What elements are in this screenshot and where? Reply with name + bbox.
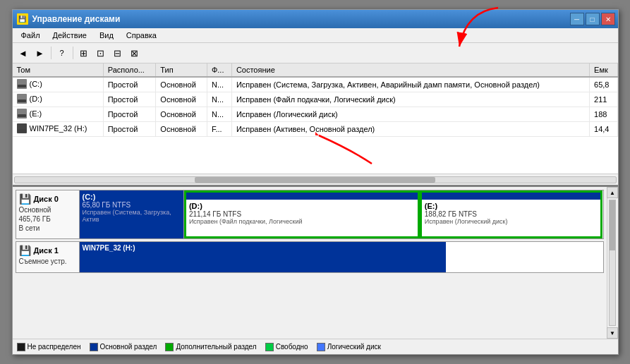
legend-free: Свободно [265, 343, 308, 351]
legend-primary: Основной раздел [90, 343, 157, 351]
partition-h[interactable]: WIN7PE_32 (H:) [80, 242, 446, 272]
main-window: 💾 Управление дисками ─ □ ✕ Файл Действие… [12, 9, 619, 355]
partition-e-header [422, 193, 601, 200]
legend-label-extended: Дополнительный раздел [176, 343, 256, 351]
button6[interactable]: ⊠ [127, 45, 143, 61]
partition-d-status: Исправен (Файл подкачки, Логический [189, 218, 415, 225]
disk-icon-0 [17, 79, 27, 89]
disk-1-name: Диск 1 [34, 246, 59, 255]
menu-help[interactable]: Справка [121, 30, 162, 41]
partition-e-name: (E:) [425, 202, 598, 210]
legend-logical: Логический диск [317, 343, 381, 351]
disk-0-name: Диск 0 [34, 195, 59, 203]
minimize-button[interactable]: ─ [570, 13, 584, 25]
legend-label-primary: Основной раздел [100, 343, 157, 351]
col-type[interactable]: Тип [156, 63, 207, 77]
legend-color-free [265, 343, 274, 351]
disk-0-size: 465,76 ГБ [19, 215, 76, 223]
bottom-pane: 💾 Диск 0 Основной 465,76 ГБ В сети (C:) … [13, 187, 618, 339]
legend-color-logical [317, 343, 325, 351]
table-row[interactable]: (D:) Простой Основной N... Исправен (Фай… [13, 92, 618, 107]
partition-e-status: Исправен (Логический диск) [425, 218, 598, 225]
col-status[interactable]: Состояние [231, 63, 589, 77]
close-button[interactable]: ✕ [601, 13, 615, 25]
hscroll-track [14, 176, 617, 183]
table-row[interactable]: WIN7PE_32 (H:) Простой Основной F... Исп… [13, 122, 618, 137]
menu-view[interactable]: Вид [94, 30, 119, 41]
menu-bar: Файл Действие Вид Справка [13, 28, 618, 43]
top-pane: Том Располо... Тип Ф... Состояние Емк [13, 63, 618, 187]
legend-bar: Не распределен Основной раздел Дополните… [13, 339, 618, 354]
legend-color-primary [90, 343, 98, 351]
table-row[interactable]: (C:) Простой Основной N... Исправен (Сис… [13, 77, 618, 92]
partition-d-header [186, 193, 418, 200]
partition-e[interactable]: (E:) 188,82 ГБ NTFS Исправен (Логический… [420, 190, 603, 238]
disk-icon-1 [17, 94, 27, 104]
disk-table: Том Располо... Тип Ф... Состояние Емк [13, 63, 618, 137]
menu-file[interactable]: Файл [16, 30, 46, 41]
vertical-scrollbar[interactable]: ▲ ▼ [607, 187, 618, 339]
title-bar: 💾 Управление дисками ─ □ ✕ [13, 10, 618, 28]
col-size[interactable]: Емк [590, 63, 617, 77]
vscroll-up[interactable]: ▲ [607, 187, 618, 198]
vscroll-track [609, 200, 616, 326]
vscroll-down[interactable]: ▼ [607, 327, 618, 339]
disk-1-row: 💾 Диск 1 Съемное устр. WIN7PE_32 (H:) [16, 241, 604, 273]
maximize-button[interactable]: □ [586, 13, 600, 25]
disk-0-type: Основной [19, 206, 76, 214]
toolbar-separator-1 [51, 47, 52, 59]
menu-action[interactable]: Действие [47, 30, 92, 41]
partition-e-size: 188,82 ГБ NTFS [425, 210, 598, 218]
col-location[interactable]: Располо... [103, 63, 156, 77]
col-fs[interactable]: Ф... [207, 63, 231, 77]
legend-label-free: Свободно [276, 343, 308, 351]
hscroll-thumb[interactable] [195, 177, 435, 183]
legend-label-unallocated: Не распределен [28, 343, 81, 351]
disk-visual-area: 💾 Диск 0 Основной 465,76 ГБ В сети (C:) … [13, 187, 607, 339]
back-button[interactable]: ◄ [16, 45, 31, 61]
col-tom[interactable]: Том [13, 63, 104, 77]
legend-unallocated: Не распределен [17, 343, 81, 351]
window-title: Управление дисками [32, 14, 121, 24]
disk-icon-3 [17, 123, 27, 133]
partition-c[interactable]: (C:) 65,80 ГБ NTFS Исправен (Система, За… [80, 190, 184, 238]
cell-name-3: WIN7PE_32 (H:) [13, 122, 104, 137]
title-bar-left: 💾 Управление дисками [17, 13, 121, 25]
partition-c-size: 65,80 ГБ NTFS [83, 201, 181, 209]
disk-1-partitions: WIN7PE_32 (H:) [80, 242, 603, 272]
button3[interactable]: ⊞ [76, 45, 92, 61]
forward-button[interactable]: ► [32, 45, 48, 61]
table-row[interactable]: (E:) Простой Основной N... Исправен (Лог… [13, 107, 618, 122]
cell-name-2: (E:) [13, 107, 104, 122]
disk-0-row: 💾 Диск 0 Основной 465,76 ГБ В сети (C:) … [16, 190, 604, 239]
legend-color-unallocated [17, 343, 25, 351]
table-wrapper: Том Располо... Тип Ф... Состояние Емк [13, 63, 618, 174]
title-controls: ─ □ ✕ [570, 13, 615, 25]
disk-0-status: В сети [19, 224, 76, 232]
toolbar-separator-2 [73, 47, 73, 59]
button4[interactable]: ⊡ [93, 45, 109, 61]
help-button[interactable]: ? [54, 45, 70, 61]
app-icon: 💾 [17, 13, 28, 25]
partition-c-status: Исправен (Система, Загрузка, Актив [83, 209, 181, 223]
horizontal-scrollbar[interactable] [13, 174, 618, 185]
button5[interactable]: ⊟ [110, 45, 126, 61]
partition-h-name: WIN7PE_32 (H:) [83, 244, 443, 252]
disk-1-type: Съемное устр. [19, 257, 76, 265]
legend-label-logical: Логический диск [327, 343, 381, 351]
content-area: Том Располо... Тип Ф... Состояние Емк [13, 63, 618, 354]
disk-1-label: 💾 Диск 1 Съемное устр. [16, 242, 80, 272]
cell-name-1: (D:) [13, 92, 104, 107]
table-header-row: Том Располо... Тип Ф... Состояние Емк [13, 63, 618, 77]
vscroll-thumb[interactable] [610, 200, 615, 250]
legend-color-extended [165, 343, 174, 351]
partition-d-name: (D:) [189, 202, 415, 210]
partition-d-size: 211,14 ГБ NTFS [189, 210, 415, 218]
partition-d[interactable]: (D:) 211,14 ГБ NTFS Исправен (Файл подка… [184, 190, 420, 238]
partition-c-name: (C:) [83, 193, 181, 201]
disk-0-partitions: (C:) 65,80 ГБ NTFS Исправен (Система, За… [80, 190, 603, 238]
cell-name-0: (C:) [13, 77, 104, 92]
toolbar: ◄ ► ? ⊞ ⊡ ⊟ ⊠ [13, 43, 618, 63]
disk-icon-2 [17, 109, 27, 119]
disk-0-label: 💾 Диск 0 Основной 465,76 ГБ В сети [16, 190, 80, 238]
